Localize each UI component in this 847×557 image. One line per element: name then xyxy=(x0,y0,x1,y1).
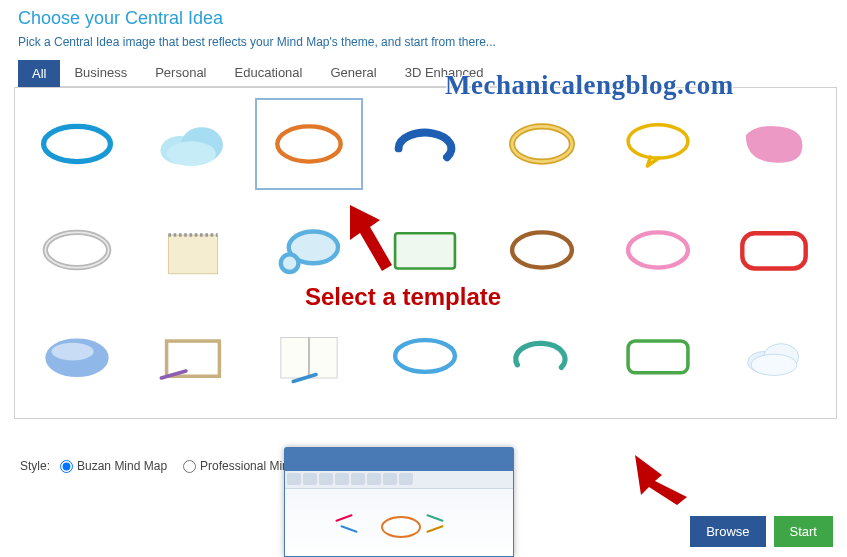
template-notebook-open[interactable] xyxy=(255,310,363,402)
template-gallery[interactable] xyxy=(14,87,837,419)
preview-window-title-text: iMindMap Trial (iMindMap Ulti... xyxy=(307,449,461,461)
svg-rect-10 xyxy=(169,235,218,274)
svg-point-15 xyxy=(512,232,572,267)
svg-rect-23 xyxy=(309,338,337,378)
app-icon xyxy=(291,449,303,461)
template-cyan-scribble-oval[interactable] xyxy=(371,310,479,402)
tab-educational[interactable]: Educational xyxy=(221,59,317,87)
category-tabs: All Business Personal Educational Genera… xyxy=(0,59,847,87)
template-pink-scribble-oval[interactable] xyxy=(604,204,712,296)
preview-window: iMindMap Trial (iMindMap Ulti... xyxy=(284,447,514,557)
page-title: Choose your Central Idea xyxy=(18,8,829,29)
svg-rect-22 xyxy=(281,338,309,378)
annotation-arrow-start-icon xyxy=(627,447,697,507)
svg-rect-17 xyxy=(742,233,805,268)
template-photo-frame[interactable] xyxy=(139,310,247,402)
template-blue-scribble-oval[interactable] xyxy=(23,98,131,190)
tab-all[interactable]: All xyxy=(18,60,60,87)
tab-general[interactable]: General xyxy=(316,59,390,87)
radio-buzan-label: Buzan Mind Map xyxy=(77,459,167,473)
preview-window-title: iMindMap Trial (iMindMap Ulti... xyxy=(291,449,461,461)
tab-business[interactable]: Business xyxy=(60,59,141,87)
browse-button[interactable]: Browse xyxy=(690,516,765,547)
svg-point-26 xyxy=(396,340,456,372)
radio-buzan-input[interactable] xyxy=(60,460,73,473)
start-button[interactable]: Start xyxy=(774,516,833,547)
template-red-rounded-rect[interactable] xyxy=(720,204,828,296)
radio-buzan[interactable]: Buzan Mind Map xyxy=(60,459,167,473)
radio-professional-label: Professional Mind xyxy=(200,459,295,473)
svg-point-0 xyxy=(44,126,111,161)
template-notepad-spiral[interactable] xyxy=(139,204,247,296)
svg-point-6 xyxy=(512,126,572,161)
svg-point-4 xyxy=(278,126,341,161)
preview-toolbar xyxy=(285,471,513,489)
template-teal-arc[interactable] xyxy=(488,310,596,402)
tab-personal[interactable]: Personal xyxy=(141,59,220,87)
tab-3d-enhanced[interactable]: 3D Enhanced xyxy=(391,59,498,87)
radio-professional[interactable]: Professional Mind xyxy=(183,459,295,473)
svg-point-9 xyxy=(45,232,108,267)
template-silver-3d-ring[interactable] xyxy=(23,204,131,296)
svg-point-16 xyxy=(628,232,688,267)
template-yellow-speech-oval[interactable] xyxy=(604,98,712,190)
svg-point-3 xyxy=(167,141,216,166)
svg-point-30 xyxy=(751,354,797,375)
style-selector: Style: Buzan Mind Map Professional Mind xyxy=(20,459,305,473)
template-orange-scribble-oval[interactable] xyxy=(255,98,363,190)
template-cloud-white[interactable] xyxy=(720,310,828,402)
page-subtitle: Pick a Central Idea image that best refl… xyxy=(18,35,829,49)
style-label: Style: xyxy=(20,459,50,473)
template-brown-scribble-oval[interactable] xyxy=(488,204,596,296)
template-blue-arc-ring[interactable] xyxy=(371,98,479,190)
svg-rect-27 xyxy=(628,341,688,373)
radio-professional-input[interactable] xyxy=(183,460,196,473)
svg-point-7 xyxy=(628,125,688,158)
preview-canvas xyxy=(285,489,513,556)
svg-point-13 xyxy=(281,254,299,272)
template-cloud-blue[interactable] xyxy=(139,98,247,190)
template-green-rect-outline[interactable] xyxy=(371,204,479,296)
svg-rect-20 xyxy=(167,341,220,376)
template-pink-brush-blob[interactable] xyxy=(720,98,828,190)
template-green-rounded-rect[interactable] xyxy=(604,310,712,402)
svg-point-19 xyxy=(52,343,94,361)
template-blue-double-bubble[interactable] xyxy=(255,204,363,296)
preview-body xyxy=(285,471,513,556)
template-gold-3d-ring[interactable] xyxy=(488,98,596,190)
svg-rect-14 xyxy=(396,233,456,268)
template-blue-glossy-oval[interactable] xyxy=(23,310,131,402)
svg-marker-32 xyxy=(635,455,687,505)
